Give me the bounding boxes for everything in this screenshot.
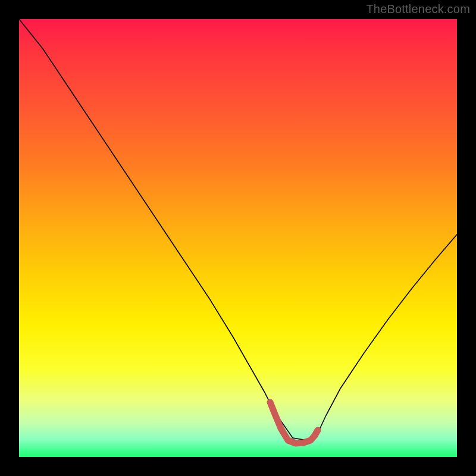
curve-svg [19, 19, 457, 457]
watermark-text: TheBottleneck.com [366, 2, 470, 16]
optimal-range-marker [270, 402, 318, 443]
bottleneck-curve [19, 19, 457, 441]
plot-area [19, 19, 457, 457]
chart-frame: TheBottleneck.com [0, 0, 476, 476]
